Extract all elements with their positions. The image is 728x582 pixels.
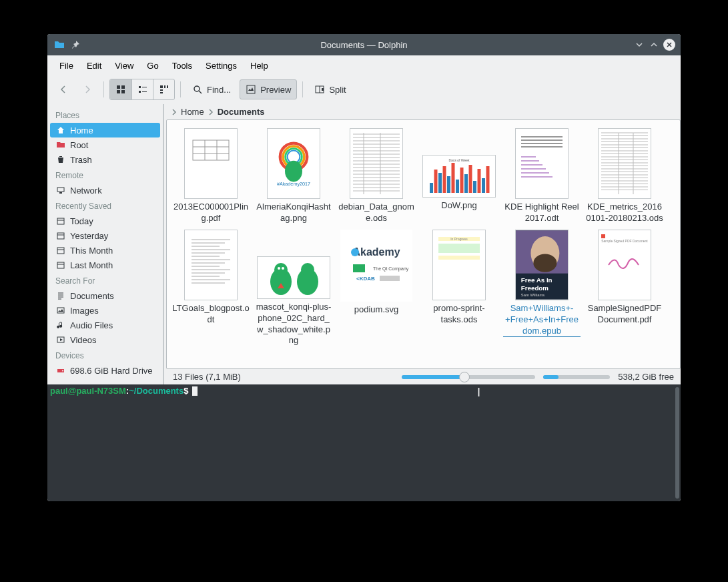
find-button[interactable]: Find...: [186, 79, 237, 99]
menu-go[interactable]: Go: [140, 58, 165, 73]
menu-help[interactable]: Help: [244, 58, 275, 73]
icons-view-button[interactable]: [110, 79, 131, 99]
menu-view[interactable]: View: [108, 58, 140, 73]
terminal-prompt: $: [184, 386, 188, 396]
sidebar-item-images[interactable]: Images: [50, 303, 160, 318]
svg-text:Freedom: Freedom: [521, 284, 549, 292]
file-thumbnail: In Progress: [432, 230, 486, 300]
chevron-right-icon: [207, 108, 215, 116]
terminal-scrollbar[interactable]: [675, 387, 679, 499]
places-panel[interactable]: Places Home Root Trash Remote Network Re…: [47, 104, 163, 384]
main-panel: Home Documents 2013EC000001Pling.pdf#Aka…: [166, 104, 681, 384]
file-label: LTGoals_blogpost.odt: [172, 303, 250, 326]
text-icon: [55, 290, 66, 301]
svg-rect-10: [167, 85, 168, 88]
search-header: Search For: [50, 272, 163, 288]
video-icon: [55, 334, 66, 345]
file-item[interactable]: AkademyThe Qt Company<KDABpodium.svg: [335, 227, 418, 350]
svg-rect-0: [117, 85, 120, 89]
minimize-icon[interactable]: [634, 39, 645, 50]
svg-rect-71: [447, 176, 450, 193]
sidebar-item-home[interactable]: Home: [50, 123, 160, 137]
svg-rect-25: [57, 262, 64, 268]
svg-rect-72: [452, 163, 455, 193]
maximize-icon[interactable]: [649, 39, 659, 50]
file-label: podium.svg: [354, 304, 398, 316]
forward-button[interactable]: [77, 79, 98, 99]
file-item[interactable]: Days of WeekDoW.png: [418, 125, 500, 227]
disk-usage-bar: [543, 375, 610, 379]
svg-rect-157: [601, 234, 605, 238]
app-icon: [54, 39, 65, 50]
menu-settings[interactable]: Settings: [199, 58, 244, 73]
file-item[interactable]: 2013EC000001Pling.pdf: [169, 125, 252, 227]
sidebar-item-label: Today: [70, 216, 93, 226]
file-item[interactable]: KDE_metrics_20160101-20180213.ods: [583, 125, 666, 227]
pin-icon[interactable]: [70, 39, 81, 50]
file-item[interactable]: mascot_konqi-plus-phone_02C_hard_w_shado…: [252, 227, 335, 350]
svg-rect-5: [142, 87, 147, 87]
file-item[interactable]: debian_Data_gnome.ods: [335, 125, 418, 227]
svg-point-152: [533, 254, 557, 272]
audio-icon: [55, 320, 66, 330]
close-icon[interactable]: [663, 39, 675, 51]
file-item[interactable]: Sample Signed PDF DocumentSampleSignedPD…: [583, 227, 666, 350]
menu-tools[interactable]: Tools: [165, 58, 199, 73]
sidebar-item-audio[interactable]: Audio Files: [50, 318, 160, 332]
svg-rect-73: [456, 180, 459, 193]
compact-view-button[interactable]: [131, 79, 153, 99]
svg-rect-67: [430, 183, 433, 193]
terminal-cursor: [192, 386, 198, 396]
svg-rect-4: [139, 86, 141, 88]
svg-text:<KDAB: <KDAB: [356, 276, 375, 282]
sidebar-item-root[interactable]: Root: [50, 137, 160, 152]
sidebar-item-last-month[interactable]: Last Month: [50, 258, 160, 272]
svg-rect-8: [160, 85, 163, 88]
terminal-path: ~/Documents: [129, 386, 184, 396]
file-item[interactable]: LTGoals_blogpost.odt: [169, 227, 252, 350]
sidebar-item-documents[interactable]: Documents: [50, 288, 160, 303]
sidebar-item-today[interactable]: Today: [50, 214, 160, 228]
file-item[interactable]: In Progresspromo-sprint-tasks.ods: [418, 227, 500, 350]
svg-text:Free As In: Free As In: [521, 276, 553, 284]
details-view-button[interactable]: [153, 79, 174, 99]
breadcrumb-home[interactable]: Home: [181, 107, 204, 117]
file-item[interactable]: KDE Highlight Reel 2017.odt: [500, 125, 583, 227]
terminal-panel[interactable]: paul@paul-N73SM:~/Documents$ I: [47, 384, 681, 501]
svg-rect-144: [433, 232, 485, 298]
file-item[interactable]: Free As InFreedomSam WilliamsSam+William…: [500, 227, 583, 350]
menu-edit[interactable]: Edit: [80, 58, 108, 73]
file-item[interactable]: #Akademy2017AlmeriaKonqiHashtag.png: [252, 125, 335, 227]
svg-point-132: [274, 263, 288, 276]
sidebar-item-label: Network: [70, 186, 102, 196]
status-summary: 13 Files (7,1 MiB): [173, 372, 241, 382]
zoom-knob[interactable]: [459, 372, 470, 382]
split-button[interactable]: Split: [308, 79, 352, 99]
file-grid[interactable]: 2013EC000001Pling.pdf#Akademy2017Almeria…: [167, 120, 680, 368]
svg-rect-70: [443, 166, 446, 193]
svg-rect-21: [57, 233, 64, 239]
sidebar-item-label: Root: [70, 140, 88, 150]
preview-button[interactable]: Preview: [240, 79, 297, 99]
sidebar-item-network[interactable]: Network: [50, 183, 160, 198]
sidebar-item-trash[interactable]: Trash: [50, 152, 160, 167]
file-thumbnail: [598, 128, 651, 199]
svg-rect-68: [434, 170, 438, 193]
menu-file[interactable]: File: [53, 58, 80, 73]
zoom-slider[interactable]: [402, 375, 535, 379]
sidebar-item-yesterday[interactable]: Yesterday: [50, 228, 160, 243]
sidebar-item-label: Documents: [70, 291, 114, 301]
sidebar-item-label: Videos: [70, 335, 97, 345]
back-button[interactable]: [53, 79, 74, 99]
sidebar-item-videos[interactable]: Videos: [50, 332, 160, 347]
titlebar[interactable]: Documents — Dolphin: [47, 34, 681, 55]
sidebar-item-drive[interactable]: 698.6 GiB Hard Drive: [50, 363, 160, 378]
preview-label: Preview: [260, 85, 291, 95]
calendar-icon: [55, 245, 66, 256]
breadcrumb-current[interactable]: Documents: [218, 107, 265, 117]
terminal-user: paul: [50, 386, 68, 396]
terminal-prompt-line: paul@paul-N73SM:~/Documents$: [50, 386, 678, 396]
sidebar-item-this-month[interactable]: This Month: [50, 243, 160, 258]
split-label: Split: [329, 85, 346, 95]
status-free: 538,2 GiB free: [618, 372, 674, 382]
